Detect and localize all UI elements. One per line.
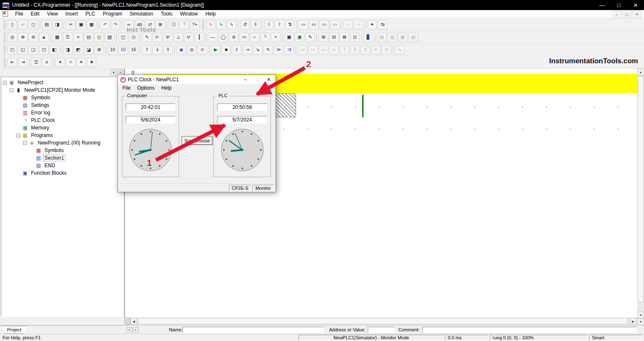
line-delete-icon[interactable]: × (271, 33, 280, 42)
print-icon[interactable]: ▤ (42, 20, 52, 29)
simulator-offline-icon[interactable]: ◎ (187, 45, 197, 54)
fb-online-edit-icon[interactable]: ✎ (305, 33, 315, 42)
tree-expander-icon[interactable]: - (3, 81, 7, 85)
address-field[interactable] (368, 327, 395, 333)
io-comment-icon[interactable]: ▥ (94, 33, 104, 42)
print-preview-icon[interactable]: ◨ (52, 20, 62, 29)
project-window-icon[interactable]: ◧ (49, 45, 59, 54)
new-closed-coil-icon[interactable]: ⊘ (229, 33, 239, 42)
io-table-icon[interactable]: ⇆ (378, 20, 387, 29)
array-icon[interactable]: ▊ (364, 33, 373, 42)
interrupt-icon[interactable]: ⊠ (340, 33, 349, 42)
new-icon[interactable]: ▯ (8, 20, 17, 29)
rung-comment-list-icon[interactable]: ☰ (31, 58, 41, 67)
open-icon[interactable]: ▱ (18, 20, 28, 29)
simulator-exit-icon[interactable]: ⊙ (197, 45, 207, 54)
watch-pin-button[interactable]: ▪ (133, 327, 138, 333)
synchronise-button[interactable]: Synchronise (182, 136, 213, 145)
child-restore-button[interactable]: □ (622, 10, 631, 18)
block-program-icon[interactable]: ⊞ (319, 33, 328, 42)
horizontal-scroll-thumb[interactable] (138, 318, 628, 324)
select-tool-icon[interactable]: ⇖ (142, 33, 152, 42)
replace-icon[interactable]: ab (135, 20, 144, 29)
dialog-titlebar[interactable]: PLC Clock - NewPLC1 – □ ✕ (118, 75, 275, 84)
cascade-icon[interactable]: ◳ (39, 45, 49, 54)
continuous-step-icon[interactable]: ≫ (274, 45, 283, 54)
line-connect-icon[interactable]: └ (260, 33, 270, 42)
scroll-left-button[interactable]: ◀ (130, 318, 137, 325)
context-help-icon[interactable]: ?+ (190, 20, 200, 29)
scroll-down-button-2[interactable]: ▼ (637, 318, 644, 325)
paste-icon[interactable]: ▦ (87, 20, 96, 29)
force-off-icon[interactable]: ⇓ (153, 45, 162, 54)
indent-icon[interactable]: ⇤ (8, 58, 17, 67)
monitor-mode-icon[interactable]: ▭ (319, 20, 329, 29)
new-coil-icon[interactable]: ◯ (218, 33, 228, 42)
grid-toggle-icon[interactable]: ▦ (52, 33, 62, 42)
fb-instance-icon[interactable]: ▣ (295, 33, 304, 42)
menu-tools[interactable]: Tools (157, 10, 176, 18)
step-run-icon[interactable]: ⇥ (242, 45, 252, 54)
debug-mode-icon[interactable]: ▭ (309, 20, 319, 29)
name-field[interactable] (182, 327, 324, 333)
dialog-menu-options[interactable]: Options (134, 84, 158, 93)
address-ref-tool-icon[interactable]: ⊞ (94, 45, 104, 54)
cross-ref-window-icon[interactable]: ◪ (84, 45, 93, 54)
watch-sheet-icon[interactable]: ◩ (73, 45, 83, 54)
tree-expander-icon[interactable]: - (23, 141, 27, 145)
tree-expander-icon[interactable]: - (16, 134, 20, 137)
simulator-online-icon[interactable]: ◉ (177, 45, 186, 54)
monitor-signed-icon[interactable]: 10 (118, 45, 128, 54)
stop-simulation-icon[interactable]: ■ (221, 45, 231, 54)
tree-item-newproject[interactable]: -▣NewProject (2, 79, 122, 86)
transfer-to-plc-icon[interactable]: ⇩ (264, 20, 274, 29)
options-icon[interactable]: ✦ (367, 20, 377, 29)
redo-icon[interactable]: ↷ (111, 20, 120, 29)
window-minimize-button[interactable]: — (594, 0, 610, 10)
comment-icon[interactable]: ⊡ (350, 33, 360, 42)
new-or-contact-icon[interactable]: ⊥ (174, 33, 183, 42)
monitor-decimal-icon[interactable]: 10 (108, 45, 117, 54)
scroll-right-button[interactable]: ▶ (630, 318, 636, 325)
scroll-up-button[interactable]: ▲ (637, 69, 644, 75)
window-close-button[interactable]: ✕ (627, 0, 644, 10)
zoom-out-icon[interactable]: ⊖ (29, 33, 38, 42)
online-edit-icon[interactable]: ϟ (216, 20, 226, 29)
dialog-menu-help[interactable]: Help (158, 84, 175, 93)
find-icon[interactable]: ∞ (124, 20, 134, 29)
vertical-line-icon[interactable]: ┃ (195, 33, 204, 42)
dialog-menu-file[interactable]: File (119, 84, 134, 93)
window-maximize-button[interactable]: □ (610, 0, 627, 10)
menu-file[interactable]: File (11, 10, 27, 18)
pane-splitter-handle[interactable] (125, 318, 130, 325)
about-icon[interactable]: ⓘ (169, 20, 179, 29)
watch-window-icon[interactable]: ◷ (129, 33, 138, 42)
new-or-closed-contact-icon[interactable]: ⊬ (184, 33, 194, 42)
tree-item-symbols[interactable]: ▦Symbols (2, 94, 122, 101)
tile-horizontal-icon[interactable]: ◱ (18, 45, 28, 54)
horizontal-scrollbar[interactable]: ◀ ▶ (125, 318, 637, 325)
dialog-minimize-button[interactable]: – (239, 75, 251, 84)
scan-run-icon[interactable]: ⇉ (284, 45, 294, 54)
output-window-icon[interactable]: ◨ (63, 45, 73, 54)
menu-simulation[interactable]: Simulation (126, 10, 157, 18)
step-in-icon[interactable]: ⇘ (253, 45, 262, 54)
watch-close-button[interactable]: × (127, 327, 132, 333)
tree-item-newplc1-cp2e-monitor-mode[interactable]: -▮NewPLC1[CP2E] Monitor Mode (2, 86, 122, 94)
vertical-scroll-thumb[interactable] (638, 76, 644, 302)
copy-icon[interactable]: ▣ (76, 20, 86, 29)
compile-icon[interactable]: ϟ (206, 20, 216, 29)
zoom-in-icon[interactable]: ⊕ (18, 33, 28, 42)
vertical-scrollbar[interactable]: ▲ ▼ ▼ (637, 69, 644, 325)
tree-item-symbols[interactable]: ▦Symbols (2, 147, 122, 154)
cross-reference-icon[interactable]: ⊞ (156, 20, 165, 29)
new-closed-contact-icon[interactable]: ⊮ (163, 33, 173, 42)
mnemonic-view-icon[interactable]: ≡ (73, 33, 83, 42)
set-reset-icon[interactable]: ✷ (87, 58, 96, 67)
pause-simulation-icon[interactable]: ‖ (232, 45, 242, 54)
zoom-select-icon[interactable]: ◎ (8, 33, 17, 42)
monitor-window-icon[interactable]: ◫ (118, 33, 128, 42)
step-program-icon[interactable]: ⊟ (329, 33, 339, 42)
diff-up-icon[interactable]: ✦ (55, 58, 65, 67)
tree-item-memory[interactable]: ▦Memory (2, 124, 122, 132)
